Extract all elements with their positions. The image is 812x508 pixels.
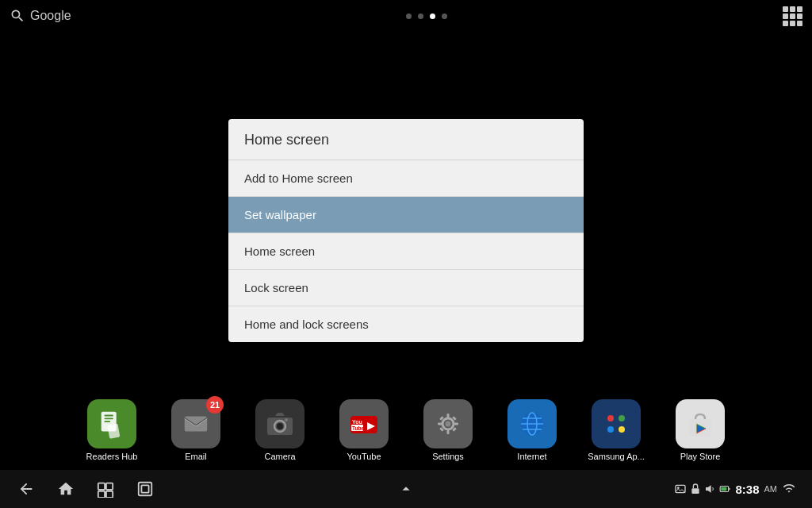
dialog-item-add-home[interactable]: Add to Home screen bbox=[228, 160, 584, 197]
status-bar: 8:38 AM bbox=[674, 483, 796, 496]
svg-rect-41 bbox=[106, 483, 113, 490]
status-time: 8:38 bbox=[735, 483, 759, 496]
dialog-overlay: Home screen Add to Home screen Set wallp… bbox=[0, 0, 812, 460]
lock-status-icon bbox=[689, 483, 702, 495]
image-status-icon bbox=[674, 483, 687, 495]
dialog-item-home-screen[interactable]: Home screen bbox=[228, 233, 584, 270]
svg-rect-43 bbox=[106, 491, 113, 498]
svg-rect-44 bbox=[139, 483, 152, 496]
svg-rect-51 bbox=[722, 487, 727, 491]
home-screen-dialog: Home screen Add to Home screen Set wallp… bbox=[228, 119, 584, 342]
svg-rect-48 bbox=[692, 488, 699, 494]
svg-rect-45 bbox=[141, 485, 148, 492]
home-button[interactable] bbox=[56, 479, 76, 499]
nav-center bbox=[396, 479, 416, 499]
svg-rect-42 bbox=[98, 491, 105, 498]
dialog-item-lock-screen[interactable]: Lock screen bbox=[228, 270, 584, 306]
nav-left bbox=[16, 479, 155, 499]
svg-marker-49 bbox=[706, 485, 711, 492]
wifi-icon bbox=[782, 483, 796, 495]
status-icons bbox=[674, 483, 730, 495]
status-ampm: AM bbox=[764, 484, 778, 494]
nav-bar: 8:38 AM bbox=[0, 470, 812, 508]
battery-status-icon bbox=[719, 483, 730, 495]
dialog-item-home-lock[interactable]: Home and lock screens bbox=[228, 306, 584, 342]
dialog-item-set-wallpaper[interactable]: Set wallpaper bbox=[228, 197, 584, 233]
recent-apps-button[interactable] bbox=[95, 479, 116, 499]
back-button[interactable] bbox=[16, 479, 36, 499]
screenshot-button[interactable] bbox=[135, 479, 155, 499]
dialog-title: Home screen bbox=[228, 119, 584, 160]
up-arrow-button[interactable] bbox=[396, 479, 416, 499]
svg-rect-40 bbox=[98, 483, 105, 490]
svg-rect-52 bbox=[729, 488, 730, 490]
volume-status-icon bbox=[704, 483, 717, 495]
